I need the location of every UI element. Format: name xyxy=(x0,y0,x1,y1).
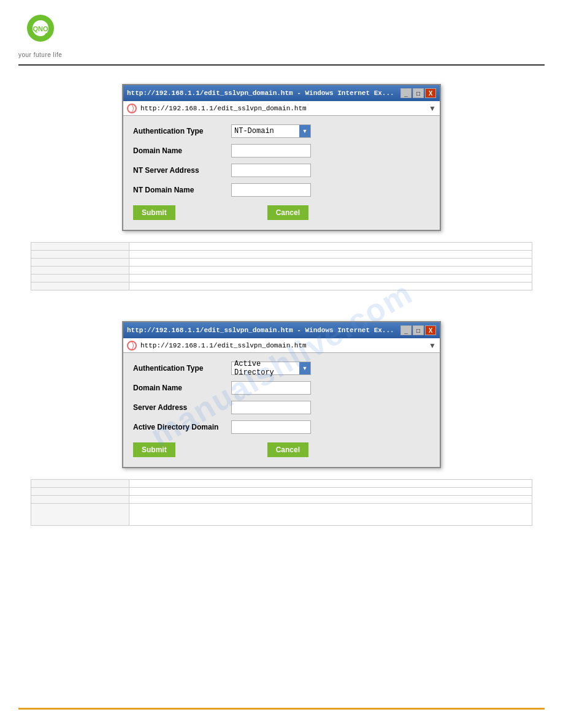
auth-type-label-1: Authentication Type xyxy=(133,127,231,135)
domain-name-input-2[interactable] xyxy=(231,381,311,395)
table-cell xyxy=(129,275,532,282)
table-cell xyxy=(129,259,532,267)
table-row xyxy=(31,251,532,259)
browser-controls-2: _ □ X xyxy=(400,325,436,335)
submit-button-2[interactable]: Submit xyxy=(133,442,175,457)
table-row xyxy=(31,480,532,488)
auth-type-row-2: Authentication Type Active Directory ▼ xyxy=(133,362,430,375)
nt-server-input[interactable] xyxy=(231,164,311,177)
cancel-button-1[interactable]: Cancel xyxy=(267,205,308,220)
browser-body-1: Authentication Type NT-Domain ▼ Domain N… xyxy=(123,116,440,230)
browser-addressbar-1: http://192.168.1.1/edit_sslvpn_domain.ht… xyxy=(123,101,440,116)
auth-type-value-1: NT-Domain xyxy=(234,127,299,135)
browser-window-1: http://192.168.1.1/edit_sslvpn_domain.ht… xyxy=(122,84,441,231)
header: QNO your future life xyxy=(0,0,563,64)
svg-text:QNO: QNO xyxy=(33,25,48,32)
info-table-2 xyxy=(31,479,532,526)
ad-domain-input[interactable] xyxy=(231,420,311,434)
browser-favicon-2 xyxy=(127,341,137,351)
table-cell xyxy=(31,259,129,267)
maximize-button-2[interactable]: □ xyxy=(413,325,424,335)
table-cell xyxy=(129,267,532,275)
header-divider xyxy=(18,64,545,66)
ad-domain-row: Active Directory Domain xyxy=(133,420,430,434)
table-cell xyxy=(129,504,532,526)
domain-name-row-1: Domain Name xyxy=(133,144,430,157)
auth-type-label-2: Authentication Type xyxy=(133,364,231,373)
table-cell xyxy=(31,480,129,488)
domain-name-input-1[interactable] xyxy=(231,144,311,157)
table-row xyxy=(31,259,532,267)
table-row xyxy=(31,504,532,526)
maximize-button-1[interactable]: □ xyxy=(413,88,424,98)
browser-title-1: http://192.168.1.1/edit_sslvpn_domain.ht… xyxy=(127,89,400,97)
footer-divider xyxy=(18,708,545,710)
browser-arrow-1: ▼ xyxy=(429,104,436,113)
minimize-button-2[interactable]: _ xyxy=(400,325,412,335)
browser-favicon-1 xyxy=(127,104,137,113)
close-button-1[interactable]: X xyxy=(425,88,436,98)
table-cell xyxy=(129,488,532,496)
browser-title-2: http://192.168.1.1/edit_sslvpn_domain.ht… xyxy=(127,327,400,334)
svg-point-5 xyxy=(128,341,136,350)
browser-titlebar-2: http://192.168.1.1/edit_sslvpn_domain.ht… xyxy=(123,322,440,338)
nt-domain-row: NT Domain Name xyxy=(133,183,430,197)
logo-tagline: your future life xyxy=(18,51,62,58)
table-cell xyxy=(31,504,129,526)
nt-domain-input[interactable] xyxy=(231,183,311,197)
domain-name-row-2: Domain Name xyxy=(133,381,430,395)
table-cell xyxy=(129,480,532,488)
table-cell xyxy=(129,496,532,504)
browser-window-2: http://192.168.1.1/edit_sslvpn_domain.ht… xyxy=(122,321,441,468)
browser-address-1: http://192.168.1.1/edit_sslvpn_domain.ht… xyxy=(140,105,425,112)
auth-type-row-1: Authentication Type NT-Domain ▼ xyxy=(133,124,430,138)
browser-address-2: http://192.168.1.1/edit_sslvpn_domain.ht… xyxy=(140,342,425,349)
table-cell xyxy=(31,282,129,290)
browser-titlebar-1: http://192.168.1.1/edit_sslvpn_domain.ht… xyxy=(123,85,440,101)
ad-domain-label: Active Directory Domain xyxy=(133,423,231,431)
auth-type-select-1[interactable]: NT-Domain ▼ xyxy=(231,124,311,138)
form-buttons-2: Submit Cancel xyxy=(133,442,430,457)
server-address-input[interactable] xyxy=(231,401,311,414)
submit-button-1[interactable]: Submit xyxy=(133,205,175,220)
table-cell xyxy=(31,267,129,275)
browser-controls-1: _ □ X xyxy=(400,88,436,98)
table-cell xyxy=(31,496,129,504)
server-address-row: Server Address xyxy=(133,401,430,414)
table-cell xyxy=(129,243,532,251)
nt-server-row: NT Server Address xyxy=(133,164,430,177)
table-row xyxy=(31,267,532,275)
auth-type-value-2: Active Directory xyxy=(234,360,299,377)
table-cell xyxy=(31,275,129,282)
table-cell xyxy=(31,243,129,251)
browser-body-2: Authentication Type Active Directory ▼ D… xyxy=(123,353,440,467)
table-row xyxy=(31,275,532,282)
table-row xyxy=(31,488,532,496)
table-row xyxy=(31,243,532,251)
browser-arrow-2: ▼ xyxy=(429,341,436,350)
domain-name-label-2: Domain Name xyxy=(133,384,231,392)
qno-logo: QNO xyxy=(21,11,60,50)
server-address-label: Server Address xyxy=(133,403,231,412)
auth-type-arrow-1: ▼ xyxy=(299,125,310,137)
table-cell xyxy=(129,282,532,290)
table-row xyxy=(31,282,532,290)
auth-type-select-2[interactable]: Active Directory ▼ xyxy=(231,362,311,375)
table-cell xyxy=(31,251,129,259)
nt-server-label: NT Server Address xyxy=(133,166,231,175)
logo: QNO your future life xyxy=(18,11,62,58)
minimize-button-1[interactable]: _ xyxy=(400,88,412,98)
table-cell xyxy=(129,251,532,259)
auth-type-arrow-2: ▼ xyxy=(299,362,310,374)
table-row xyxy=(31,496,532,504)
close-button-2[interactable]: X xyxy=(425,325,436,335)
svg-point-4 xyxy=(128,104,136,113)
info-table-1 xyxy=(31,242,532,290)
domain-name-label-1: Domain Name xyxy=(133,146,231,155)
cancel-button-2[interactable]: Cancel xyxy=(267,442,308,457)
form-buttons-1: Submit Cancel xyxy=(133,205,430,220)
table-cell xyxy=(31,488,129,496)
browser-addressbar-2: http://192.168.1.1/edit_sslvpn_domain.ht… xyxy=(123,338,440,353)
main-content: http://192.168.1.1/edit_sslvpn_domain.ht… xyxy=(0,78,563,550)
nt-domain-label: NT Domain Name xyxy=(133,186,231,194)
